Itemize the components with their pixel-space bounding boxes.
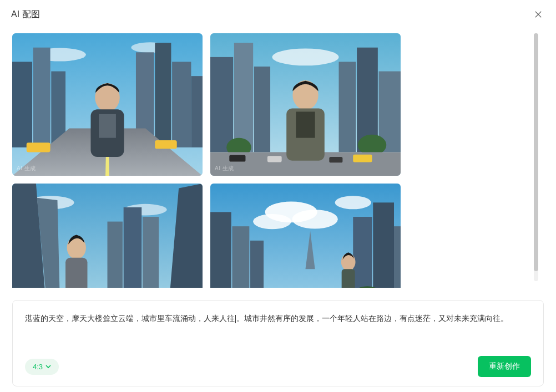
watermark: AI 生成 xyxy=(17,165,36,172)
scrollbar[interactable] xyxy=(534,33,538,281)
close-button[interactable] xyxy=(532,8,545,21)
result-image-1[interactable]: AI 生成 xyxy=(12,33,203,176)
svg-rect-9 xyxy=(155,43,171,147)
cityscape-illustration xyxy=(210,184,401,288)
watermark: AI 生成 xyxy=(215,165,234,172)
svg-rect-63 xyxy=(373,203,394,288)
svg-rect-43 xyxy=(124,207,142,288)
svg-rect-30 xyxy=(229,155,245,162)
svg-rect-51 xyxy=(65,258,87,288)
aspect-ratio-selector[interactable]: 4:3 xyxy=(25,359,59,375)
svg-rect-60 xyxy=(250,241,264,288)
result-image-2[interactable]: AI 生成 xyxy=(210,33,401,176)
result-image-4[interactable]: AI 生成 xyxy=(210,184,401,288)
svg-rect-58 xyxy=(210,212,231,288)
svg-rect-18 xyxy=(99,114,116,138)
prompt-input[interactable]: 湛蓝的天空，摩天大楼耸立云端，城市里车流涌动，人来人往。城市井然有序的发展，一个… xyxy=(25,312,531,340)
cityscape-illustration xyxy=(12,184,203,288)
svg-rect-15 xyxy=(155,140,176,149)
svg-rect-44 xyxy=(143,217,159,288)
cityscape-illustration xyxy=(12,33,203,176)
svg-rect-42 xyxy=(108,222,123,288)
svg-rect-24 xyxy=(339,62,356,152)
svg-point-57 xyxy=(335,196,371,210)
prompt-text-after: 。城市井然有序的发展，一个年轻人站在路边，有点迷茫，又对未来充满向往。 xyxy=(236,314,508,323)
svg-rect-11 xyxy=(191,76,203,147)
svg-point-56 xyxy=(253,214,291,229)
svg-rect-10 xyxy=(172,62,191,147)
modal-title: AI 配图 xyxy=(11,9,40,21)
close-icon xyxy=(533,9,543,19)
svg-rect-59 xyxy=(232,226,249,288)
svg-point-55 xyxy=(292,210,337,228)
svg-rect-36 xyxy=(296,111,315,138)
svg-rect-73 xyxy=(342,269,355,288)
svg-rect-31 xyxy=(267,156,282,162)
result-image-3[interactable]: AI 生成 xyxy=(12,184,203,288)
svg-rect-5 xyxy=(12,62,32,147)
svg-rect-23 xyxy=(254,67,270,152)
svg-rect-62 xyxy=(353,217,372,288)
svg-rect-33 xyxy=(329,157,342,162)
aspect-ratio-label: 4:3 xyxy=(33,363,43,371)
prompt-panel: 湛蓝的天空，摩天大楼耸立云端，城市里车流涌动，人来人往。城市井然有序的发展，一个… xyxy=(12,300,544,386)
image-grid: AI 生成 xyxy=(12,27,401,288)
modal-content: AI 生成 xyxy=(0,27,556,392)
scrollbar-thumb[interactable] xyxy=(534,33,538,271)
text-cursor xyxy=(235,315,236,323)
svg-rect-21 xyxy=(210,57,233,152)
prompt-actions: 4:3 重新创作 xyxy=(25,356,531,377)
ai-image-modal: AI 配图 xyxy=(0,0,556,392)
modal-header: AI 配图 xyxy=(0,0,556,27)
chevron-down-icon xyxy=(46,364,51,369)
svg-point-72 xyxy=(341,253,356,271)
svg-rect-6 xyxy=(33,48,50,147)
prompt-text-before: 湛蓝的天空，摩天大楼耸立云端，城市里车流涌动，人来人往 xyxy=(25,314,235,323)
svg-rect-14 xyxy=(27,142,50,152)
cityscape-illustration xyxy=(210,33,401,176)
svg-rect-64 xyxy=(394,226,401,288)
regenerate-button[interactable]: 重新创作 xyxy=(478,356,531,377)
svg-point-20 xyxy=(272,48,338,65)
svg-rect-22 xyxy=(234,43,253,152)
svg-rect-32 xyxy=(353,155,372,162)
results-scroll-area: AI 生成 xyxy=(12,27,544,288)
